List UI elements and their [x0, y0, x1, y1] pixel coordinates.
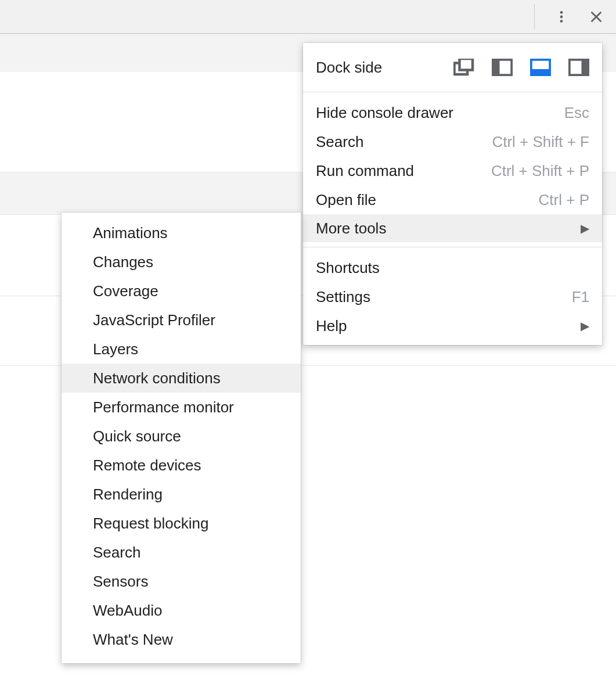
- menu-item-shortcut: F1: [572, 288, 589, 306]
- svg-rect-4: [460, 59, 473, 70]
- menu-divider: [303, 92, 602, 92]
- submenu-item-quick-source[interactable]: Quick source: [62, 422, 301, 451]
- menu-item-hide-console-drawer[interactable]: Hide console drawer Esc: [303, 98, 602, 127]
- menu-item-settings[interactable]: Settings F1: [303, 282, 602, 311]
- submenu-item-label: Changes: [93, 253, 153, 271]
- submenu-item-performance-monitor[interactable]: Performance monitor: [62, 393, 301, 422]
- submenu-item-label: Layers: [93, 340, 138, 358]
- devtools-main-menu: Dock side Hide console drawer Esc Search…: [303, 43, 602, 345]
- submenu-item-rendering[interactable]: Rendering: [62, 480, 301, 509]
- svg-point-2: [560, 20, 563, 23]
- submenu-item-label: Performance monitor: [93, 398, 234, 416]
- menu-item-shortcuts[interactable]: Shortcuts: [303, 253, 602, 282]
- submenu-item-label: Sensors: [93, 573, 148, 591]
- menu-item-more-tools[interactable]: More tools ▶: [303, 214, 602, 242]
- menu-item-label: Hide console drawer: [316, 104, 453, 122]
- submenu-item-search[interactable]: Search: [62, 538, 301, 567]
- submenu-item-javascript-profiler[interactable]: JavaScript Profiler: [62, 305, 301, 335]
- dock-side-label: Dock side: [316, 59, 382, 77]
- submenu-item-label: WebAudio: [93, 602, 163, 620]
- menu-item-shortcut: Ctrl + Shift + F: [492, 133, 589, 151]
- submenu-item-coverage[interactable]: Coverage: [62, 276, 301, 305]
- dock-right-icon[interactable]: [568, 59, 589, 76]
- chevron-right-icon: ▶: [581, 221, 589, 235]
- more-tools-submenu: Animations Changes Coverage JavaScript P…: [62, 213, 301, 663]
- submenu-item-layers[interactable]: Layers: [62, 335, 301, 364]
- svg-rect-10: [582, 60, 589, 76]
- submenu-item-network-conditions[interactable]: Network conditions: [62, 364, 301, 393]
- menu-item-shortcut: Ctrl + Shift + P: [491, 162, 589, 180]
- submenu-item-request-blocking[interactable]: Request blocking: [62, 509, 301, 538]
- submenu-item-label: Network conditions: [93, 369, 221, 387]
- submenu-item-webaudio[interactable]: WebAudio: [62, 596, 301, 625]
- menu-item-shortcut: Esc: [564, 104, 589, 122]
- menu-item-help[interactable]: Help ▶: [303, 311, 602, 340]
- svg-point-0: [560, 11, 563, 14]
- menu-row-dock-side: Dock side: [303, 43, 602, 92]
- submenu-item-label: Remote devices: [93, 456, 201, 474]
- submenu-item-sensors[interactable]: Sensors: [62, 567, 301, 596]
- submenu-item-label: Coverage: [93, 282, 158, 300]
- kebab-menu-button[interactable]: [552, 8, 571, 26]
- menu-item-open-file[interactable]: Open file Ctrl + P: [303, 185, 602, 214]
- dock-undock-icon[interactable]: [453, 59, 474, 76]
- menu-divider: [303, 247, 602, 247]
- chevron-right-icon: ▶: [581, 319, 589, 333]
- menu-item-label: Run command: [316, 162, 414, 180]
- menu-item-label: Shortcuts: [316, 259, 380, 277]
- submenu-item-whats-new[interactable]: What's New: [62, 625, 301, 654]
- menu-item-label: Search: [316, 133, 363, 151]
- submenu-item-changes[interactable]: Changes: [62, 247, 301, 276]
- submenu-item-label: Animations: [93, 224, 168, 242]
- submenu-item-label: Quick source: [93, 427, 181, 445]
- dock-bottom-icon[interactable]: [530, 59, 551, 76]
- menu-item-label: Help: [316, 317, 347, 335]
- toolbar: [0, 0, 616, 34]
- dock-left-icon[interactable]: [492, 59, 513, 76]
- svg-rect-6: [493, 60, 500, 76]
- close-button[interactable]: [587, 8, 606, 26]
- submenu-item-label: What's New: [93, 631, 173, 649]
- toolbar-separator: [534, 4, 535, 30]
- submenu-item-label: Rendering: [93, 486, 163, 504]
- menu-item-label: Open file: [316, 191, 376, 209]
- submenu-item-label: Search: [93, 544, 141, 562]
- submenu-item-label: Request blocking: [93, 515, 208, 533]
- submenu-item-label: JavaScript Profiler: [93, 311, 215, 329]
- submenu-item-animations[interactable]: Animations: [62, 218, 301, 247]
- svg-point-1: [560, 15, 563, 18]
- svg-rect-8: [531, 69, 550, 76]
- menu-item-shortcut: Ctrl + P: [539, 191, 589, 209]
- menu-item-label: More tools: [316, 220, 386, 238]
- close-icon: [589, 9, 604, 24]
- submenu-item-remote-devices[interactable]: Remote devices: [62, 451, 301, 480]
- kebab-icon: [554, 9, 569, 24]
- menu-item-search[interactable]: Search Ctrl + Shift + F: [303, 127, 602, 156]
- menu-item-label: Settings: [316, 288, 370, 306]
- menu-item-run-command[interactable]: Run command Ctrl + Shift + P: [303, 156, 602, 185]
